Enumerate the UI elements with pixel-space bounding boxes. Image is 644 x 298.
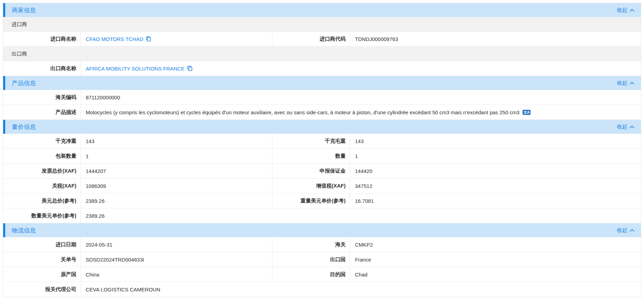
field-label-customs-duty: 关税(XAF) — [3, 179, 81, 193]
field-label-usd-unit-weight: 重量美元单价(参考) — [272, 193, 350, 208]
chevron-up-icon — [629, 81, 635, 85]
field-label-importer-name: 进口商名称 — [3, 32, 81, 46]
field-value-usd-total: 2389.26 — [81, 193, 272, 208]
subheader-exporter: 出口商 — [3, 47, 641, 61]
section-header-quantity-price: 量价信息 收起 — [3, 120, 641, 134]
collapse-label: 收起 — [617, 80, 627, 86]
field-value-importer-code: TDNDJ000009763 — [350, 32, 641, 46]
table-row-customs-broker: 报关代理公司 CEVA LOGISTICS CAMEROUN — [3, 282, 641, 297]
field-value-export-country: France — [350, 252, 641, 267]
table-row-quantity: 包装数量 1 数量 1 — [3, 149, 641, 164]
section-title-logistics: 物流信息 — [5, 226, 36, 234]
field-value-net-weight: 143 — [81, 134, 272, 148]
section-title-product: 产品信息 — [5, 79, 36, 87]
table-row-import-date: 进口日期 2024-05-31 海关 CMKP2 — [3, 237, 641, 252]
field-label-export-country: 出口国 — [272, 252, 350, 267]
section-header-logistics: 物流信息 收起 — [3, 223, 641, 237]
field-label-customs-office: 海关 — [272, 237, 350, 252]
field-label-usd-total: 美元总价(参考) — [3, 193, 81, 208]
table-row-weight: 千克净重 143 千克毛重 143 — [3, 134, 641, 149]
table-row-usd-total: 美元总价(参考) 2389.26 重量美元单价(参考) 16.7081 — [3, 193, 641, 208]
field-label-gross-weight: 千克毛重 — [272, 134, 350, 148]
field-value-qty: 1 — [350, 149, 641, 163]
table-row-usd-unit-qty: 数量美元单价(参考) 2389.26 — [3, 208, 641, 223]
field-label-customs-broker: 报关代理公司 — [3, 282, 81, 297]
field-label-origin-country: 原产国 — [3, 267, 81, 282]
field-value-invoice-total: 1444207 — [81, 164, 272, 178]
field-label-qty: 数量 — [272, 149, 350, 163]
collapse-button-quantity-price[interactable]: 收起 — [617, 124, 641, 130]
collapse-button-merchant[interactable]: 收起 — [617, 7, 641, 14]
field-value-hs-code: 871120000000 — [81, 90, 641, 105]
field-label-declaration-no: 关单号 — [3, 252, 81, 267]
chevron-up-icon — [629, 8, 635, 12]
field-label-hs-code: 海关编码 — [3, 90, 81, 105]
field-value-customs-office: CMKP2 — [350, 237, 641, 252]
field-label-usd-unit-qty: 数量美元单价(参考) — [3, 208, 81, 223]
subheader-importer: 进口商 — [3, 17, 641, 32]
field-value-importer-name: CFAO MOTORS TCHAD — [81, 32, 272, 46]
field-label-invoice-total: 发票总价(XAF) — [3, 164, 81, 178]
field-value-gross-weight: 143 — [350, 134, 641, 148]
field-value-usd-unit-qty: 2389.26 — [81, 208, 641, 223]
field-label-vat: 增值税(XAF) — [272, 179, 350, 193]
field-value-origin-country: China — [81, 267, 272, 282]
copy-icon[interactable] — [187, 66, 193, 71]
section-title-merchant: 商家信息 — [5, 6, 36, 14]
field-value-import-date: 2024-05-31 — [81, 237, 272, 252]
table-row-exporter: 出口商名称 AFRICA MOBILITY SOLUTIONS FRANCE — [3, 61, 641, 76]
section-title-quantity-price: 量价信息 — [5, 123, 36, 131]
field-label-destination-country: 目的国 — [272, 267, 350, 282]
collapse-label: 收起 — [617, 124, 627, 130]
table-row-invoice-total: 发票总价(XAF) 1444207 申报保证金 144420 — [3, 164, 641, 179]
collapse-button-logistics[interactable]: 收起 — [617, 227, 641, 234]
field-label-declared-deposit: 申报保证金 — [272, 164, 350, 178]
field-label-import-date: 进口日期 — [3, 237, 81, 252]
table-row-importer: 进口商名称 CFAO MOTORS TCHAD 进口商代码 TDNDJ00000… — [3, 32, 641, 47]
field-value-usd-unit-weight: 16.7081 — [350, 193, 641, 208]
field-label-exporter-name: 出口商名称 — [3, 61, 81, 76]
table-row-origin-country: 原产国 China 目的国 Chad — [3, 267, 641, 282]
copy-icon[interactable] — [146, 36, 151, 42]
field-label-importer-code: 进口商代码 — [272, 32, 350, 46]
field-value-destination-country: Chad — [350, 267, 641, 282]
field-value-description: Motocycles (y compris les cyclomoteurs) … — [81, 105, 641, 119]
table-row-description: 产品描述 Motocycles (y compris les cyclomote… — [3, 105, 641, 120]
chevron-up-icon — [629, 125, 635, 129]
collapse-label: 收起 — [617, 7, 627, 14]
field-value-declared-deposit: 144420 — [350, 164, 641, 178]
field-label-net-weight: 千克净重 — [3, 134, 81, 148]
product-description-text: Motocycles (y compris les cyclomoteurs) … — [86, 109, 519, 115]
section-header-product: 产品信息 收起 — [3, 76, 641, 90]
trade-record-detail: 商家信息 收起 进口商 进口商名称 CFAO MOTORS TCHAD 进口商代… — [3, 3, 641, 297]
table-row-duty: 关税(XAF) 1086309 增值税(XAF) 347512 — [3, 179, 641, 193]
importer-name-link[interactable]: CFAO MOTORS TCHAD — [86, 36, 143, 42]
table-row-declaration-no: 关单号 SDSD22024TRD004833I 出口国 France — [3, 252, 641, 267]
field-value-customs-broker: CEVA LOGISTICS CAMEROUN — [81, 282, 641, 297]
field-label-description: 产品描述 — [3, 105, 81, 119]
table-row-hs-code: 海关编码 871120000000 — [3, 90, 641, 105]
section-header-merchant: 商家信息 收起 — [3, 3, 641, 17]
field-value-package-qty: 1 — [81, 149, 272, 163]
field-value-vat: 347512 — [350, 179, 641, 193]
field-value-declaration-no: SDSD22024TRD004833I — [81, 252, 272, 267]
translate-icon[interactable]: 文A — [523, 110, 531, 115]
field-value-exporter-name: AFRICA MOBILITY SOLUTIONS FRANCE — [81, 61, 641, 76]
field-label-package-qty: 包装数量 — [3, 149, 81, 163]
chevron-up-icon — [629, 229, 635, 232]
field-value-customs-duty: 1086309 — [81, 179, 272, 193]
exporter-name-link[interactable]: AFRICA MOBILITY SOLUTIONS FRANCE — [86, 66, 185, 72]
collapse-button-product[interactable]: 收起 — [617, 80, 641, 86]
collapse-label: 收起 — [617, 227, 627, 234]
